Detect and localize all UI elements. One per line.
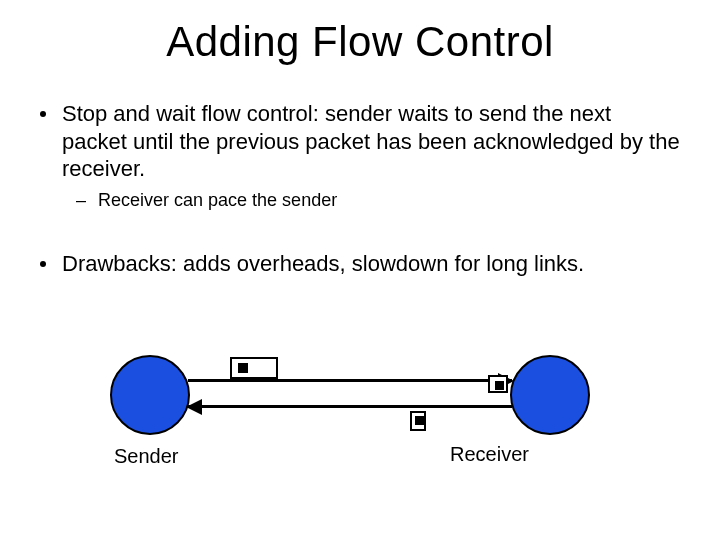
sender-label: Sender — [114, 445, 179, 468]
slide: Adding Flow Control Stop and wait flow c… — [0, 0, 720, 540]
dash-icon: – — [76, 189, 86, 212]
packet-icon — [230, 357, 278, 379]
arrow-left-icon — [188, 405, 512, 408]
receiver-node-icon — [510, 355, 590, 435]
slide-body: Stop and wait flow control: sender waits… — [40, 100, 680, 283]
bullet-item: Drawbacks: adds overheads, slowdown for … — [40, 250, 680, 278]
packet-icon — [488, 375, 508, 393]
spacer — [40, 232, 680, 250]
bullet-dot-icon — [40, 111, 46, 117]
receiver-label: Receiver — [450, 443, 529, 466]
flow-diagram: Sender Receiver — [90, 345, 630, 515]
ack-packet-icon — [410, 411, 426, 431]
arrow-right-icon — [188, 379, 512, 382]
bullet-text: Drawbacks: adds overheads, slowdown for … — [62, 250, 584, 278]
slide-title: Adding Flow Control — [0, 18, 720, 66]
bullet-item: Stop and wait flow control: sender waits… — [40, 100, 680, 183]
sub-bullet-item: – Receiver can pace the sender — [76, 189, 680, 212]
sub-bullet-text: Receiver can pace the sender — [98, 189, 337, 212]
sender-node-icon — [110, 355, 190, 435]
bullet-dot-icon — [40, 261, 46, 267]
bullet-text: Stop and wait flow control: sender waits… — [62, 100, 680, 183]
